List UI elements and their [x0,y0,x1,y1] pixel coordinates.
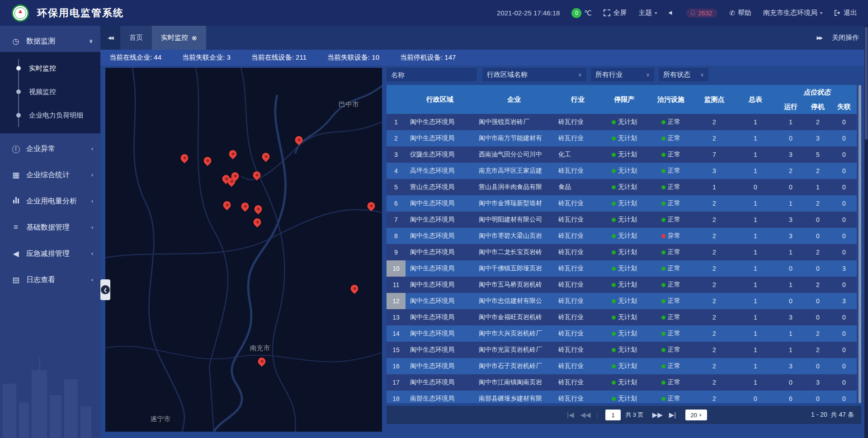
cell-meter: 1 [734,358,777,374]
cell-run: 0 [777,293,804,309]
page-number-input[interactable]: 1 [605,410,621,420]
status-dot-normal-icon [612,153,616,157]
cell-lost: 0 [831,163,857,179]
table-row[interactable]: 10阆中生态环境局阆中千佛镇五郎垭页岩砖瓦行业无计划正常21003 [387,260,857,277]
gauge-icon: ◷ [11,37,21,46]
table-row[interactable]: 2阆中生态环境局阆中市南方节能建材有砖瓦行业无计划正常21030 [387,130,857,146]
tabs-scroll-right-button[interactable]: ▶▶ [817,35,822,40]
page-scrollbar[interactable] [864,26,868,438]
table-row[interactable]: 18南部生态环境局南部县碾垭乡建材有限砖瓦行业无计划正常20600 [387,391,857,403]
sidebar-subitem-power-load-detail[interactable]: 企业电力负荷明细 [0,104,100,127]
next-page-button[interactable]: ▶▶ [649,411,666,419]
cell-meter: 1 [734,374,777,391]
col-facility: 治污设施 [647,85,695,114]
status-dot-normal-icon [661,283,665,287]
table-row[interactable]: 7阆中生态环境局阆中明阳建材有限公司砖瓦行业无计划正常21300 [387,212,857,228]
table-row[interactable]: 13阆中生态环境局阆中市金福旺页岩机砖砖瓦行业无计划正常21300 [387,309,857,325]
cell-meter: 1 [734,146,777,163]
table-row[interactable]: 11阆中生态环境局阆中市五马桥页岩机砖砖瓦行业无计划正常21120 [387,277,857,293]
cell-halt: 2 [804,195,831,212]
cell-halt: 2 [804,342,831,358]
cell-company: 阆中市大兴页岩机砖厂 [474,325,554,342]
table-row[interactable]: 9阆中生态环境局阆中市二龙长宝页岩砖砖瓦行业无计划正常21120 [387,244,857,260]
table-row[interactable]: 4高坪生态环境局南充市高坪区王家店建砖瓦行业无计划正常31220 [387,163,857,179]
chevron-left-icon: ‹ [91,277,93,283]
fullscreen-button[interactable]: 全屏 [604,9,627,17]
close-tab-icon[interactable]: ⊗ [192,34,197,42]
table-row[interactable]: 6阆中生态环境局阆中市金博瑞新型墙材砖瓦行业无计划正常21120 [387,195,857,212]
page-size-select[interactable]: 20∨ [685,410,707,420]
cell-company: 阆中市忠信建材有限公 [474,293,554,309]
cell-stop: 无计划 [602,260,647,277]
sidebar-item-enterprise-statistics[interactable]: ▦ 企业综合统计‹ [0,164,100,186]
cell-facility: 正常 [647,325,695,342]
sidebar-subitem-realtime-monitoring[interactable]: 实时监控 [0,57,100,80]
sidebar-item-base-data[interactable]: ≡ 基础数据管理‹ [0,217,100,238]
cell-facility: 正常 [647,114,695,130]
table-row[interactable]: 5营山生态环境局营山县润丰肉食品有限食品无计划正常10010 [387,179,857,195]
status-filter-select[interactable]: 所有状态∨ [659,68,708,81]
tab-bar: ◀◀ 首页 实时监控 ⊗ ▶▶ 关闭操作 [100,26,868,50]
tabs-scroll-left-button[interactable]: ◀◀ [100,26,120,50]
cell-lost: 0 [831,114,857,130]
map-collapse-button[interactable]: ❮ [100,279,110,300]
table-row[interactable]: 1阆中生态环境局阆中强锐页岩砖厂砖瓦行业无计划正常21120 [387,114,857,130]
table-row[interactable]: 14阆中生态环境局阆中市大兴页岩机砖厂砖瓦行业无计划正常21120 [387,325,857,342]
cell-stop: 无计划 [602,358,647,374]
map-canvas[interactable]: 巴中市 南充市 遂宁市 [105,68,382,432]
table-row[interactable]: 16阆中生态环境局阆中市石子页岩机砖厂砖瓦行业无计划正常21300 [387,358,857,374]
cell-stop: 无计划 [602,325,647,342]
sidebar-item-data-monitoring[interactable]: ◷ 数据监测 ∨ [0,30,100,52]
cell-facility: 正常 [647,179,695,195]
table-row[interactable]: 15阆中生态环境局阆中市光富页岩机砖厂砖瓦行业无计划正常21120 [387,342,857,358]
name-filter-input[interactable] [387,68,477,81]
bar-chart-icon [11,197,21,206]
tab-home[interactable]: 首页 [120,26,152,50]
sidebar-item-emergency-reduction[interactable]: ◀ 应急减排管理‹ [0,243,100,264]
cell-facility: 正常 [647,342,695,358]
cell-region: 阆中生态环境局 [406,114,474,130]
sidebar-item-enterprise-abnormal[interactable]: ! 企业异常‹ [0,138,100,160]
cell-lost: 0 [831,179,857,195]
cell-monitor: 2 [695,391,734,403]
table-row[interactable]: 12阆中生态环境局阆中市忠信建材有限公砖瓦行业无计划正常21003 [387,293,857,309]
cell-company: 阆中市金博瑞新型墙材 [474,195,554,212]
cell-lost: 0 [831,325,857,342]
chevron-left-icon: ‹ [91,250,93,257]
first-page-button[interactable]: |◀ [564,411,577,419]
sidebar-item-power-analysis[interactable]: 企业用电量分析‹ [0,190,100,212]
table-row[interactable]: 17阆中生态环境局阆中市江南镇阆南页岩砖瓦行业无计划正常21030 [387,374,857,391]
cell-halt: 0 [804,260,831,277]
map[interactable]: 巴中市 南充市 遂宁市 ❮ [105,68,382,432]
notification-badge[interactable]: 2632 [686,9,717,18]
table-body: 1阆中生态环境局阆中强锐页岩砖厂砖瓦行业无计划正常211202阆中生态环境局阆中… [387,114,857,403]
table-row[interactable]: 8阆中生态环境局阆中市枣碧大梁山页岩砖瓦行业无计划异常21300 [387,228,857,244]
logout-button[interactable]: 退出 [834,9,857,17]
table-scrollbar[interactable] [859,85,861,403]
chevron-down-icon: ∨ [89,38,93,44]
prev-page-button[interactable]: ◀◀ [577,411,594,419]
cell-run: 1 [777,325,804,342]
cell-lost: 0 [831,309,857,325]
sidebar-item-log-view[interactable]: ▤ 日志查看‹ [0,269,100,291]
cell-monitor: 2 [695,358,734,374]
last-page-button[interactable]: ▶| [666,411,679,419]
cell-industry: 砖瓦行业 [554,195,602,212]
cell-run: 1 [777,342,804,358]
table-row[interactable]: 3仪陇生态环境局西南油气田分公司川中化工无计划正常71350 [387,146,857,163]
tab-realtime-monitoring[interactable]: 实时监控 ⊗ [152,26,206,50]
industry-filter-select[interactable]: 所有行业∨ [591,68,654,81]
cell-facility: 正常 [647,195,695,212]
scrollbar-thumb[interactable] [865,27,868,140]
cell-halt: 2 [804,277,831,293]
cell-stop: 无计划 [602,212,647,228]
sidebar-subitem-video-monitoring[interactable]: 视频监控 [0,80,100,104]
close-operations-button[interactable]: 关闭操作 [832,33,859,42]
region-filter-select[interactable]: 行政区域名称∨ [482,68,586,81]
help-button[interactable]: ✆ 帮助 [729,9,751,17]
cell-stop: 无计划 [602,114,647,130]
cell-company: 阆中市五马桥页岩机砖 [474,277,554,293]
sound-button[interactable] [669,10,675,16]
user-menu[interactable]: 南充市生态环境局▾ [763,9,822,17]
theme-menu-button[interactable]: 主题▾ [638,9,657,17]
